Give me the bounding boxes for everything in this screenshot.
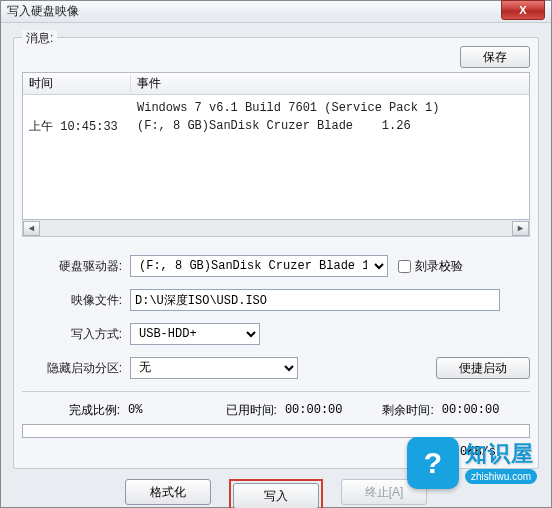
progress-text-row: 完成比例: 0% 已用时间: 00:00:00 剩余时间: 00:00:00 — [22, 398, 530, 422]
log-header-event: 事件 — [131, 75, 529, 92]
drive-row: 硬盘驱动器: (F:, 8 GB)SanDisk Cruzer Blade 1.… — [22, 251, 530, 281]
scroll-left-icon[interactable]: ◄ — [23, 221, 40, 236]
elapsed-value: 00:00:00 — [285, 403, 373, 417]
elapsed-label: 已用时间: — [216, 402, 285, 419]
action-buttons: 格式化 写入 终止[A] — [13, 479, 539, 508]
done-value: 0% — [128, 403, 216, 417]
separator — [22, 391, 530, 392]
method-label: 写入方式: — [22, 326, 130, 343]
write-button-highlight: 写入 — [229, 479, 323, 508]
message-group: 消息: 保存 时间 事件 Windows 7 v6.1 Build 7601 (… — [13, 37, 539, 469]
drive-select[interactable]: (F:, 8 GB)SanDisk Cruzer Blade 1.26 — [130, 255, 388, 277]
scroll-right-icon[interactable]: ► — [512, 221, 529, 236]
horizontal-scrollbar[interactable]: ◄ ► — [22, 220, 530, 237]
hidden-label: 隐藏启动分区: — [22, 360, 130, 377]
write-button[interactable]: 写入 — [233, 483, 319, 508]
window-title: 写入硬盘映像 — [7, 3, 79, 20]
log-body: Windows 7 v6.1 Build 7601 (Service Pack … — [23, 95, 529, 139]
image-label: 映像文件: — [22, 292, 130, 309]
done-label: 完成比例: — [22, 402, 128, 419]
titlebar: 写入硬盘映像 — [1, 1, 551, 23]
verify-checkbox[interactable] — [398, 260, 411, 273]
log-header-time: 时间 — [23, 75, 131, 92]
speed-row: 速度: 0KB/s — [22, 440, 530, 464]
dialog-window: 写入硬盘映像 X 消息: 保存 时间 事件 Windows 7 v6.1 Bui… — [0, 0, 552, 508]
remain-label: 剩余时间: — [373, 402, 442, 419]
verify-checkbox-row[interactable]: 刻录校验 — [398, 258, 463, 275]
image-row: 映像文件: — [22, 285, 530, 315]
log-cell-time: 上午 10:45:33 — [23, 118, 131, 135]
hidden-row: 隐藏启动分区: 无 便捷启动 — [22, 353, 530, 383]
drive-label: 硬盘驱动器: — [22, 258, 130, 275]
close-button[interactable]: X — [501, 0, 545, 20]
client-area: 消息: 保存 时间 事件 Windows 7 v6.1 Build 7601 (… — [1, 23, 551, 508]
log-cell-event: (F:, 8 GB)SanDisk Cruzer Blade 1.26 — [131, 119, 529, 133]
progress-bar — [22, 424, 530, 438]
verify-label: 刻录校验 — [415, 258, 463, 275]
abort-button: 终止[A] — [341, 479, 427, 505]
message-group-label: 消息: — [22, 30, 57, 47]
log-header: 时间 事件 — [23, 73, 529, 95]
image-path-input[interactable] — [130, 289, 500, 311]
write-method-select[interactable]: USB-HDD+ — [130, 323, 260, 345]
log-row: Windows 7 v6.1 Build 7601 (Service Pack … — [23, 99, 529, 117]
quick-boot-button[interactable]: 便捷启动 — [436, 357, 530, 379]
method-row: 写入方式: USB-HDD+ — [22, 319, 530, 349]
format-button[interactable]: 格式化 — [125, 479, 211, 505]
save-button[interactable]: 保存 — [460, 46, 530, 68]
speed-value: 0KB/s — [460, 445, 530, 459]
log-cell-event: Windows 7 v6.1 Build 7601 (Service Pack … — [131, 101, 529, 115]
speed-label: 速度: — [423, 444, 450, 461]
log-table: 时间 事件 Windows 7 v6.1 Build 7601 (Service… — [22, 72, 530, 220]
hidden-partition-select[interactable]: 无 — [130, 357, 298, 379]
log-row: 上午 10:45:33 (F:, 8 GB)SanDisk Cruzer Bla… — [23, 117, 529, 135]
save-row: 保存 — [22, 46, 530, 68]
remain-value: 00:00:00 — [442, 403, 530, 417]
